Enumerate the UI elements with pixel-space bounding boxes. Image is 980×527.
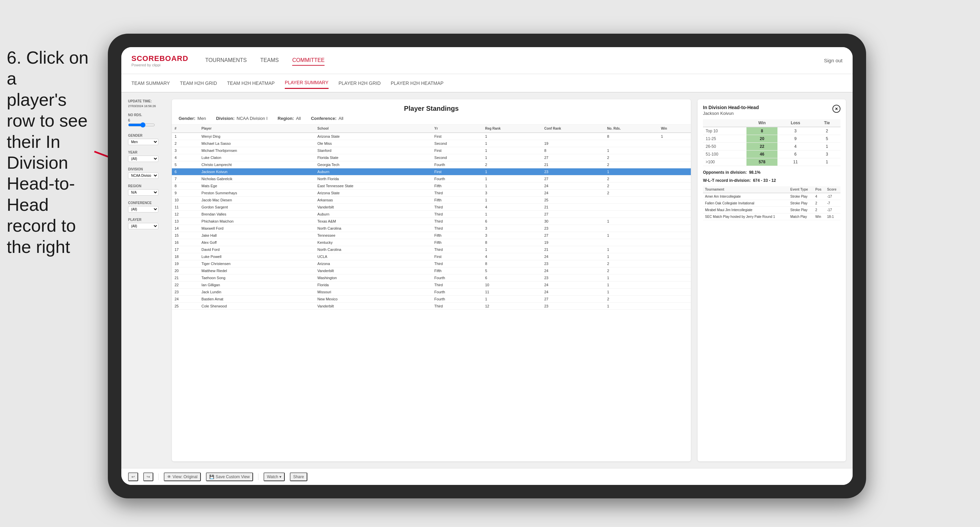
share-button[interactable]: Share bbox=[290, 473, 307, 481]
sub-nav-player-h2h-grid[interactable]: PLAYER H2H GRID bbox=[339, 78, 381, 89]
redo-button[interactable]: ↪ bbox=[143, 473, 153, 481]
top-nav: SCOREBOARD Powered by clippi TOURNAMENTS… bbox=[121, 47, 853, 74]
year-select[interactable]: (All) bbox=[128, 156, 158, 162]
sub-nav-team-h2h-heatmap[interactable]: TEAM H2H HEATMAP bbox=[227, 78, 275, 89]
table-row[interactable]: 25 Cole Sherwood Vanderbilt Third 12 23 … bbox=[172, 303, 691, 310]
region-select[interactable]: N/A bbox=[128, 189, 158, 196]
save-icon: 💾 bbox=[209, 475, 214, 479]
table-row[interactable]: 12 Brendan Valles Auburn Third 1 27 bbox=[172, 211, 691, 218]
left-sidebar: Update time: 27/03/2024 16:56:26 No Rds.… bbox=[128, 99, 165, 461]
table-row[interactable]: 14 Maxwell Ford North Carolina Third 3 2… bbox=[172, 225, 691, 232]
sub-nav-player-h2h-heatmap[interactable]: PLAYER H2H HEATMAP bbox=[391, 78, 444, 89]
sub-nav-player-summary[interactable]: PLAYER SUMMARY bbox=[285, 77, 328, 89]
h2h-col-rank bbox=[703, 119, 746, 127]
nav-item-teams[interactable]: TEAMS bbox=[260, 56, 279, 66]
sidebar-player: Player (All) bbox=[128, 218, 165, 229]
h2h-col-win: Win bbox=[746, 119, 778, 127]
h2h-row: Top 10 8 3 2 bbox=[703, 127, 840, 135]
col-no-rds: No. Rds. bbox=[604, 125, 658, 133]
tournament-row: Fallen Oak Collegiate Invitational Strok… bbox=[703, 200, 840, 207]
no-rds-slider[interactable] bbox=[128, 122, 155, 128]
t-col-score: Score bbox=[825, 186, 840, 193]
sub-nav-team-h2h-grid[interactable]: TEAM H2H GRID bbox=[180, 78, 217, 89]
table-row[interactable]: 10 Jacob Mac Diesen Arkansas Fifth 1 25 bbox=[172, 197, 691, 204]
h2h-col-loss: Loss bbox=[778, 119, 813, 127]
table-row[interactable]: 5 Christo Lamprecht Georgia Tech Fourth … bbox=[172, 161, 691, 168]
tablet-frame: SCOREBOARD Powered by clippi TOURNAMENTS… bbox=[108, 34, 866, 498]
division-select[interactable]: NCAA Division I bbox=[128, 172, 158, 179]
h2h-title: In Division Head-to-Head bbox=[703, 105, 759, 110]
h2h-col-tie: Tie bbox=[813, 119, 840, 127]
table-row[interactable]: 16 Alex Goff Kentucky Fifth 8 19 bbox=[172, 239, 691, 246]
nav-item-tournaments[interactable]: TOURNAMENTS bbox=[205, 56, 247, 66]
conference-select[interactable]: (All) bbox=[128, 206, 158, 213]
table-row[interactable]: 3 Michael Thorbjornsen Stanford First 1 … bbox=[172, 147, 691, 154]
table-row[interactable]: 22 Ian Gilligan Florida Third 10 24 1 bbox=[172, 281, 691, 289]
nav-item-committee[interactable]: COMMITTEE bbox=[292, 56, 325, 66]
table-row[interactable]: 24 Bastien Amat New Mexico Fourth 1 27 2 bbox=[172, 296, 691, 303]
h2h-row: 26-50 22 4 1 bbox=[703, 143, 840, 151]
col-school: School bbox=[315, 125, 432, 133]
col-yr: Yr bbox=[432, 125, 483, 133]
h2h-row: >100 578 11 1 bbox=[703, 158, 840, 166]
nav-items: TOURNAMENTS TEAMS COMMITTEE bbox=[205, 56, 824, 66]
table-row[interactable]: 1 Wenyi Ding Arizona State First 1 8 1 bbox=[172, 133, 691, 140]
opponents-row: Opponents in division: 98.1% bbox=[703, 170, 840, 175]
tablet-screen: SCOREBOARD Powered by clippi TOURNAMENTS… bbox=[121, 47, 853, 485]
gender-select[interactable]: Men Women bbox=[128, 139, 158, 145]
filter-row: Gender: Men Division: NCAA Division I Re… bbox=[178, 116, 684, 121]
player-select[interactable]: (All) bbox=[128, 223, 158, 229]
filter-division: Division: NCAA Division I bbox=[216, 116, 267, 121]
save-custom-button[interactable]: 💾 Save Custom View bbox=[206, 473, 253, 481]
table-row[interactable]: 19 Tiger Christensen Arizona Third 8 23 … bbox=[172, 260, 691, 267]
col-win: Win bbox=[658, 125, 691, 133]
toolbar: ↩ ↪ 👁 View: Original 💾 Save Custom View … bbox=[121, 468, 853, 485]
table-row[interactable]: 17 David Ford North Carolina Third 1 21 … bbox=[172, 246, 691, 253]
table-row[interactable]: 18 Luke Powell UCLA First 4 24 1 bbox=[172, 253, 691, 260]
col-conf-rank: Conf Rank bbox=[542, 125, 604, 133]
sub-nav-team-summary[interactable]: TEAM SUMMARY bbox=[131, 78, 170, 89]
undo-button[interactable]: ↩ bbox=[128, 473, 138, 481]
table-row[interactable]: 15 Jake Hall Tennessee Fifth 3 27 1 bbox=[172, 232, 691, 239]
sidebar-region: Region N/A bbox=[128, 184, 165, 196]
t-col-tournament: Tournament bbox=[703, 186, 788, 193]
player-table: # Player School Yr Reg Rank Conf Rank No… bbox=[172, 125, 691, 461]
h2h-close-button[interactable]: × bbox=[832, 105, 840, 113]
view-original-button[interactable]: 👁 View: Original bbox=[164, 473, 201, 481]
table-row[interactable]: 21 Taehoon Song Washington Fourth 6 23 1 bbox=[172, 275, 691, 281]
table-row[interactable]: 6 Jackson Koivun Auburn First 1 23 1 bbox=[172, 168, 691, 175]
col-reg-rank: Reg Rank bbox=[482, 125, 542, 133]
instruction-text: 6. Click on a player's row to see their … bbox=[0, 40, 105, 264]
panel-title: Player Standings bbox=[178, 105, 684, 113]
h2h-row: 11-25 20 9 5 bbox=[703, 135, 840, 143]
table-row[interactable]: 2 Michael La Sasso Ole Miss Second 1 19 bbox=[172, 140, 691, 147]
table-row[interactable]: 7 Nicholas Gabrelcik North Florida Fourt… bbox=[172, 175, 691, 183]
table-row[interactable]: 23 Jack Lundin Missouri Fourth 11 24 1 bbox=[172, 289, 691, 296]
table-row[interactable]: 13 Phichaksn Maichon Texas A&M Third 6 3… bbox=[172, 218, 691, 225]
logo-area: SCOREBOARD Powered by clippi bbox=[131, 54, 188, 67]
sidebar-conference: Conference (All) bbox=[128, 201, 165, 213]
table-row[interactable]: 4 Luke Claton Florida State Second 1 27 … bbox=[172, 154, 691, 161]
table-row[interactable]: 20 Matthew Riedel Vanderbilt Fifth 5 24 … bbox=[172, 267, 691, 275]
h2h-panel: In Division Head-to-Head Jackson Koivun … bbox=[698, 99, 846, 461]
filter-gender: Gender: Men bbox=[178, 116, 206, 121]
sub-nav: TEAM SUMMARY TEAM H2H GRID TEAM H2H HEAT… bbox=[121, 74, 853, 93]
h2h-panel-header: In Division Head-to-Head Jackson Koivun … bbox=[703, 105, 840, 116]
tournament-row: Mirabel Maui Jim Intercollegiate Stroke … bbox=[703, 207, 840, 213]
record-row: W-L-T record in-division: 674 - 33 - 12 bbox=[703, 178, 840, 183]
sidebar-gender: Gender Men Women bbox=[128, 134, 165, 145]
logo-title: SCOREBOARD bbox=[131, 54, 188, 63]
sign-out-button[interactable]: Sign out bbox=[824, 57, 843, 63]
watch-button[interactable]: Watch ▾ bbox=[264, 473, 285, 481]
table-row[interactable]: 8 Mats Ege East Tennessee State Fifth 1 … bbox=[172, 183, 691, 190]
filter-conference: Conference: All bbox=[311, 116, 344, 121]
col-num: # bbox=[172, 125, 199, 133]
t-col-pos: Pos bbox=[813, 186, 825, 193]
toolbar-divider bbox=[158, 473, 159, 480]
col-player: Player bbox=[199, 125, 315, 133]
h2h-player: Jackson Koivun bbox=[703, 111, 759, 116]
table-row[interactable]: 11 Gordon Sargent Vanderbilt Third 4 21 bbox=[172, 204, 691, 211]
main-content: Update time: 27/03/2024 16:56:26 No Rds.… bbox=[121, 93, 853, 468]
table-row[interactable]: 9 Preston Summerhays Arizona State Third… bbox=[172, 190, 691, 197]
sidebar-year: Year (All) bbox=[128, 151, 165, 162]
